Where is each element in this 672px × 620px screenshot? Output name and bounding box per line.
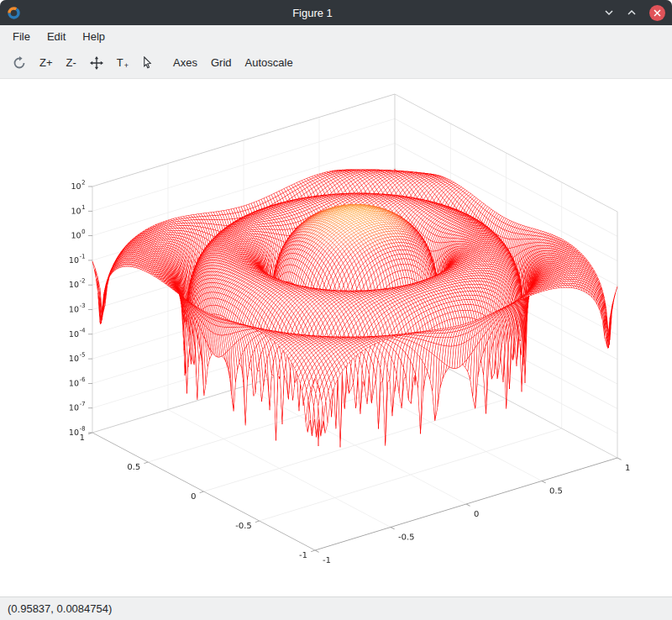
toolbar: Z+ Z- T+ Axes Grid Autoscale	[0, 47, 672, 79]
autoscale-tool-button[interactable]: Autoscale	[239, 54, 300, 71]
menu-item-file[interactable]: File	[4, 28, 39, 45]
maximize-button[interactable]	[627, 8, 637, 18]
zoom-in-tool-button[interactable]: Z+	[33, 54, 60, 71]
pan-arrows-icon	[90, 56, 103, 70]
text-tool-plus: +	[124, 61, 129, 70]
statusbar: (0.95837, 0.0084754)	[0, 596, 672, 620]
titlebar[interactable]: Figure 1	[0, 0, 672, 25]
pan-tool-button[interactable]	[83, 54, 110, 72]
figure-window: Figure 1 File Edit Help Z+ Z-	[0, 0, 672, 620]
plot-area	[0, 79, 672, 596]
text-tool-button[interactable]: T+	[110, 54, 135, 71]
menu-item-help[interactable]: Help	[74, 28, 113, 45]
close-button[interactable]	[649, 5, 665, 21]
text-tool-label: T	[117, 56, 123, 69]
x-icon	[653, 8, 662, 18]
grid-tool-button[interactable]: Grid	[204, 54, 239, 71]
minimize-button[interactable]	[604, 8, 614, 18]
cursor-coordinates: (0.95837, 0.0084754)	[8, 602, 112, 615]
select-tool-button[interactable]	[135, 54, 160, 71]
rotate-icon	[13, 56, 26, 70]
window-title: Figure 1	[21, 7, 604, 19]
figure-canvas[interactable]	[0, 79, 672, 596]
window-controls	[604, 5, 665, 21]
axes-tool-button[interactable]: Axes	[166, 54, 204, 71]
rotate-tool-button[interactable]	[6, 54, 33, 72]
octave-logo-icon	[7, 6, 21, 20]
menubar: File Edit Help	[0, 25, 672, 47]
zoom-out-tool-button[interactable]: Z-	[60, 54, 83, 71]
cursor-arrow-icon	[142, 56, 153, 69]
menu-item-edit[interactable]: Edit	[39, 28, 74, 45]
